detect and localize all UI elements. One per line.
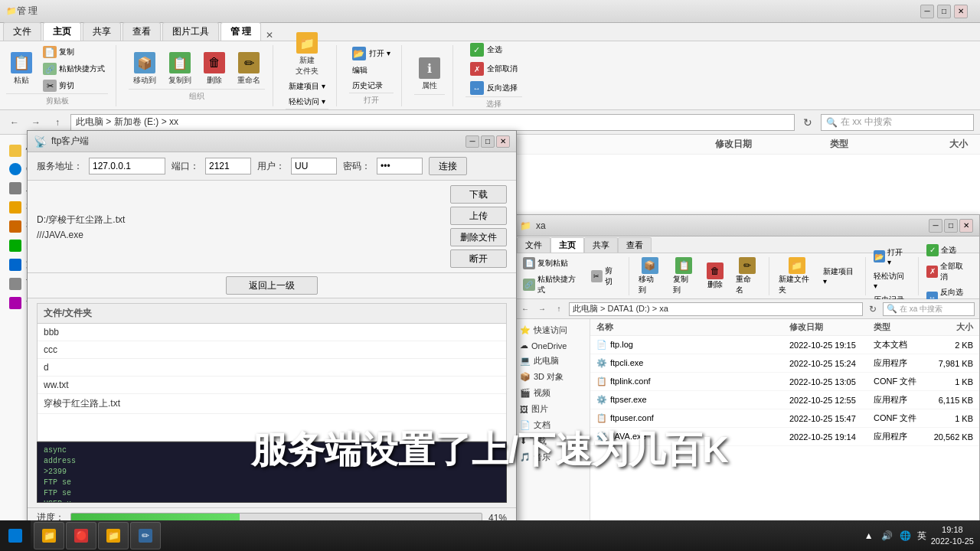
second-open-btn[interactable]: 📂 打开 ▾ <box>871 246 912 268</box>
bg-win-controls[interactable]: ─ □ ✕ <box>920 5 968 18</box>
maximize-btn[interactable]: □ <box>937 5 951 18</box>
ftp-close-btn[interactable]: ✕ <box>496 135 510 148</box>
second-sidebar-onedrive[interactable]: ☁OneDrive <box>514 338 590 353</box>
second-sidebar-download[interactable]: ⬇下载 <box>514 433 590 449</box>
move-to-btn[interactable]: 📦 移动到 <box>129 49 161 89</box>
tray-time[interactable]: 19:18 2022-10-25 <box>931 524 974 548</box>
select-all-btn[interactable]: ✓ 全选 <box>466 41 522 58</box>
second-sidebar-image[interactable]: 🖼图片 <box>514 401 590 417</box>
tab-file[interactable]: 文件 <box>3 22 41 41</box>
minimize-btn[interactable]: ─ <box>920 5 934 18</box>
taskbar-item-editor[interactable]: ✏ <box>130 522 161 549</box>
pwd-input[interactable] <box>377 158 423 174</box>
second-copy-btn[interactable]: 📄 复制粘贴 <box>520 256 585 271</box>
rename-btn[interactable]: ✏ 重命名 <box>233 49 265 89</box>
second-easy-access-btn[interactable]: 轻松访问 ▾ <box>871 269 912 292</box>
second-win-controls[interactable]: ─ □ ✕ <box>929 219 973 233</box>
invert-select-btn[interactable]: ↔ 反向选择 <box>466 80 522 96</box>
ftp-file-row[interactable]: 穿梭于红尘路上.txt <box>38 394 506 414</box>
copy-to-btn[interactable]: 📋 复制到 <box>164 49 196 89</box>
user-input[interactable] <box>291 158 337 174</box>
second-refresh-btn[interactable]: ↻ <box>866 302 880 316</box>
second-back-btn[interactable]: ← <box>518 302 532 316</box>
taskbar-item-antivirus[interactable]: 🔴 <box>66 522 96 549</box>
search-box[interactable]: 🔍 在 xx 中搜索 <box>821 114 974 131</box>
ftp-win-controls[interactable]: ─ □ ✕ <box>466 135 510 148</box>
close-btn[interactable]: ✕ <box>954 5 968 18</box>
second-sidebar-quick[interactable]: ⭐快速访问 <box>514 322 590 338</box>
refresh-btn[interactable]: ↻ <box>799 114 816 131</box>
paste-btn[interactable]: 📋 粘贴 <box>6 49 37 89</box>
list-item[interactable]: ⚙️ftpcli.exe 2022-10-25 15:24 应用程序 7,981… <box>590 354 979 373</box>
lang-indicator[interactable]: 英 <box>917 530 926 543</box>
tray-chevron-icon[interactable]: ▲ <box>862 529 876 543</box>
deselect-btn[interactable]: ✗ 全部取消 <box>466 60 522 77</box>
list-item[interactable]: 📋ftpuser.conf 2022-10-25 15:47 CONF 文件 1… <box>590 409 979 428</box>
server-input[interactable] <box>89 158 165 174</box>
up-nav-btn[interactable]: ↑ <box>49 114 66 131</box>
new-item-btn[interactable]: 新建项目 ▾ <box>286 80 328 93</box>
edit-btn[interactable]: 编辑 <box>349 64 394 77</box>
second-tab-home[interactable]: 主页 <box>550 237 584 253</box>
second-copyto-btn[interactable]: 📋 复制到 <box>668 254 699 298</box>
second-sidebar-video[interactable]: 🎬视频 <box>514 385 590 401</box>
tab-view[interactable]: 查看 <box>122 22 161 41</box>
second-cut-btn[interactable]: ✂ 剪切 <box>588 264 623 289</box>
second-tab-file[interactable]: 文件 <box>517 237 550 253</box>
address-path[interactable]: 此电脑 > 新加卷 (E:) > xx <box>70 114 795 131</box>
download-btn[interactable]: 下载 <box>450 185 507 204</box>
ftp-back-btn[interactable]: 返回上一级 <box>226 276 318 295</box>
tab-share[interactable]: 共享 <box>83 22 121 41</box>
ftp-file-header[interactable]: 文件/文件夹 <box>38 304 506 324</box>
properties-btn[interactable]: ℹ 属性 <box>414 54 445 94</box>
second-sidebar-pc[interactable]: 💻此电脑 <box>514 353 590 369</box>
second-new-folder-btn[interactable]: 📁 新建文件夹 <box>774 254 820 298</box>
list-item[interactable]: 📄ftp.log 2022-10-25 19:15 文本文档 2 KB <box>590 336 979 354</box>
second-addr-path[interactable]: 此电脑 > DATA1 (D:) > xa <box>569 302 863 316</box>
second-rename-btn[interactable]: ✏ 重命名 <box>731 254 762 298</box>
second-sidebar-3d[interactable]: 📦3D 对象 <box>514 369 590 385</box>
second-deselect-btn[interactable]: ✗ 全部取消 <box>923 259 973 284</box>
tab-home[interactable]: 主页 <box>43 22 81 41</box>
delete-file-btn[interactable]: 删除文件 <box>450 228 507 246</box>
second-new-item-btn[interactable]: 新建项目 ▾ <box>823 266 858 285</box>
paste-shortcut-btn[interactable]: 🔗 粘贴快捷方式 <box>40 61 108 77</box>
open-btn[interactable]: 📂 打开 ▾ <box>349 45 394 62</box>
tray-network-icon[interactable]: 🌐 <box>899 529 913 543</box>
second-sidebar-doc[interactable]: 📄文档 <box>514 417 590 433</box>
ftp-file-row[interactable]: bbb <box>38 324 506 341</box>
ftp-minimize-btn[interactable]: ─ <box>466 135 479 148</box>
taskbar-item-folder2[interactable]: 📁 <box>98 522 129 549</box>
second-search-box[interactable]: 🔍 在 xa 中搜索 <box>883 302 975 316</box>
history-btn[interactable]: 历史记录 <box>349 79 394 93</box>
ftp-file-row[interactable]: ww.txt <box>38 377 506 394</box>
second-forward-btn[interactable]: → <box>535 302 549 316</box>
list-item[interactable]: 📋ftplink.conf 2022-10-25 13:05 CONF 文件 1… <box>590 373 979 391</box>
disconnect-btn[interactable]: 断开 <box>450 249 507 268</box>
list-item[interactable]: ⚙️ftpser.exe 2022-10-25 12:55 应用程序 6,115… <box>590 391 979 409</box>
second-paste-shortcut-btn[interactable]: 🔗 粘贴快捷方式 <box>520 272 585 297</box>
second-close-btn[interactable]: ✕ <box>959 219 973 233</box>
second-delete-btn[interactable]: 🗑 删除 <box>702 259 728 293</box>
ftp-file-row[interactable]: ccc <box>38 341 506 359</box>
second-moveto-btn[interactable]: 📦 移动到 <box>634 254 665 298</box>
second-minimize-btn[interactable]: ─ <box>929 219 942 233</box>
delete-btn[interactable]: 🗑 删除 <box>199 49 230 89</box>
upload-btn[interactable]: 上传 <box>450 207 507 225</box>
second-sidebar-music[interactable]: 🎵音乐 <box>514 449 590 465</box>
tray-speaker-icon[interactable]: 🔊 <box>880 529 894 543</box>
port-input[interactable] <box>205 158 251 174</box>
ftp-file-row[interactable]: d <box>38 359 506 377</box>
tab-picture-tools[interactable]: 图片工具 <box>162 22 219 41</box>
taskbar-item-explorer[interactable]: 📁 <box>34 522 64 549</box>
copy-btn[interactable]: 📄 复制 <box>40 44 108 60</box>
second-tab-view[interactable]: 查看 <box>618 237 652 253</box>
start-button[interactable] <box>0 520 31 551</box>
back-nav-btn[interactable]: ← <box>6 114 23 131</box>
second-select-all-btn[interactable]: ✓ 全选 <box>923 243 973 258</box>
second-tab-share[interactable]: 共享 <box>584 237 618 253</box>
second-up-btn[interactable]: ↑ <box>552 302 566 316</box>
ftp-maximize-btn[interactable]: □ <box>481 135 495 148</box>
tab-manage[interactable]: 管 理 <box>220 22 261 41</box>
connect-btn[interactable]: 连接 <box>429 157 467 175</box>
